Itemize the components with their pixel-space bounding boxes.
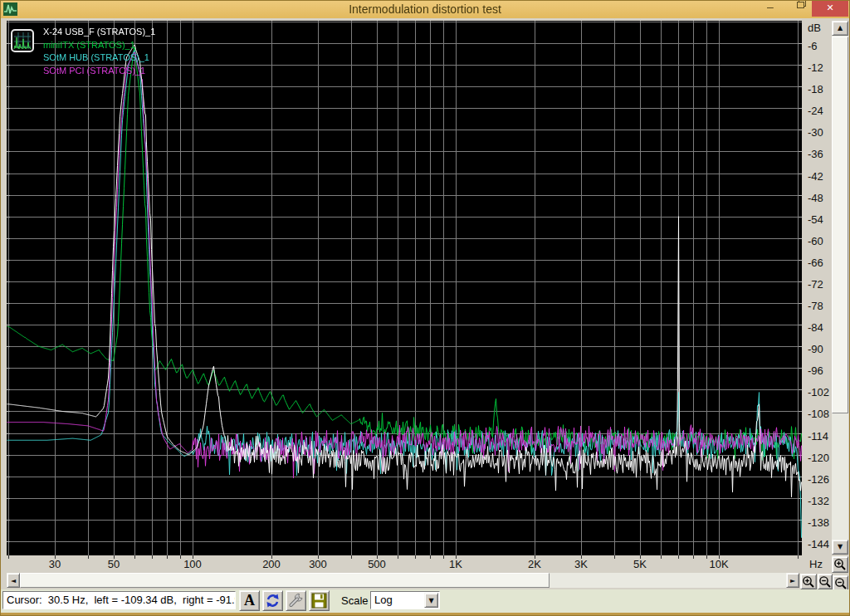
x-tick-label: 30 bbox=[38, 558, 71, 570]
x-tick-mark bbox=[415, 555, 416, 559]
dropdown-arrow-button[interactable]: ▼ bbox=[424, 593, 438, 608]
maximize-button[interactable] bbox=[784, 0, 810, 17]
x-axis: 30501002003005001K2K3K5K10K bbox=[7, 555, 802, 572]
legend-item: X-24 USB_F (STRATOS)_1 bbox=[43, 26, 155, 39]
spectrum-mini-button[interactable] bbox=[11, 29, 34, 52]
chevron-down-icon: ▼ bbox=[425, 594, 437, 608]
x-tick-label: 200 bbox=[255, 558, 288, 570]
x-tick-mark bbox=[614, 555, 615, 559]
x-tick-label: 5K bbox=[623, 558, 657, 570]
x-tick-label: 2K bbox=[518, 558, 551, 570]
x-tick-mark bbox=[152, 555, 153, 559]
horizontal-scrollbar-thumb[interactable] bbox=[20, 573, 550, 588]
settings-button[interactable] bbox=[286, 590, 306, 611]
scroll-down-button[interactable]: ▼ bbox=[832, 540, 848, 555]
y-tick-label: -114 bbox=[808, 430, 832, 442]
y-tick-label: -138 bbox=[808, 516, 832, 529]
scale-dropdown-value: Log bbox=[374, 594, 393, 606]
close-button[interactable]: ✕ bbox=[812, 0, 848, 17]
y-tick-label: -132 bbox=[808, 495, 832, 507]
y-tick-label: -120 bbox=[808, 452, 832, 464]
legend-item: SOtM PCI (STRATOS)_1 bbox=[43, 65, 155, 78]
vertical-scrollbar[interactable]: ▲ ▼ bbox=[832, 21, 848, 555]
y-tick-label: -36 bbox=[808, 148, 832, 160]
x-tick-mark bbox=[398, 555, 398, 559]
save-icon bbox=[311, 593, 327, 609]
y-tick-label: -42 bbox=[808, 170, 832, 183]
up-arrow-icon: ▲ bbox=[833, 22, 848, 35]
x-tick-mark bbox=[661, 555, 662, 559]
x-tick-mark bbox=[134, 555, 135, 559]
zoom-in-y-button[interactable] bbox=[832, 556, 848, 573]
scale-label: Scale bbox=[341, 594, 369, 607]
x-tick-mark bbox=[798, 555, 799, 559]
y-tick-label: -90 bbox=[808, 343, 832, 355]
vertical-scrollbar-thumb[interactable] bbox=[832, 37, 848, 413]
x-tick-mark bbox=[8, 555, 9, 559]
legend-item: SOtM HUB (STRATOS)_1 bbox=[43, 51, 155, 65]
y-tick-label: -30 bbox=[808, 126, 832, 139]
zoom-out-x-button[interactable] bbox=[818, 574, 833, 589]
x-tick-mark bbox=[693, 555, 694, 559]
x-tick-label: 50 bbox=[97, 558, 130, 570]
x-tick-label: 10K bbox=[702, 558, 735, 570]
zoom-in-icon bbox=[802, 575, 815, 589]
font-icon: A bbox=[240, 591, 259, 610]
y-tick-label: -84 bbox=[808, 321, 832, 334]
x-tick-label: 500 bbox=[360, 558, 393, 570]
y-tick-label: -72 bbox=[808, 278, 832, 291]
y-tick-label: -78 bbox=[808, 300, 832, 312]
scroll-right-button[interactable]: ► bbox=[786, 573, 799, 588]
y-tick-label: -24 bbox=[808, 105, 832, 117]
y-tick-label: -12 bbox=[808, 61, 832, 74]
x-tick-label: 1K bbox=[439, 558, 472, 570]
window-title: Intermodulation distortion test bbox=[0, 0, 850, 18]
zoom-in-x-button[interactable] bbox=[800, 574, 817, 589]
y-tick-label: -18 bbox=[808, 83, 832, 95]
x-tick-label: 3K bbox=[564, 558, 598, 570]
statusbar: Cursor: 30.5 Hz, left = -109.34 dB, righ… bbox=[0, 589, 850, 613]
scroll-left-button[interactable]: ◄ bbox=[7, 573, 20, 588]
zoom-out-icon bbox=[834, 577, 848, 590]
y-axis-unit: dB bbox=[808, 22, 832, 34]
zoom-in-icon bbox=[833, 558, 847, 571]
legend: X-24 USB_F (STRATOS)_1miniITX (STRATOS)_… bbox=[43, 26, 155, 77]
y-tick-label: -102 bbox=[808, 386, 832, 398]
refresh-icon bbox=[265, 593, 281, 609]
wrench-icon bbox=[288, 593, 304, 609]
x-tick-mark bbox=[167, 555, 168, 559]
left-arrow-icon: ◄ bbox=[7, 574, 19, 588]
y-tick-label: -126 bbox=[808, 473, 832, 486]
x-tick-mark bbox=[351, 555, 352, 559]
y-tick-label: -108 bbox=[808, 408, 832, 420]
right-arrow-icon: ► bbox=[787, 574, 799, 588]
horizontal-scrollbar[interactable]: ◄ ► bbox=[7, 573, 799, 588]
x-tick-label: 300 bbox=[301, 558, 335, 570]
y-tick-label: -66 bbox=[808, 257, 832, 269]
y-axis: dB-6-12-18-24-30-36-42-48-54-60-66-72-78… bbox=[802, 18, 832, 573]
refresh-button[interactable] bbox=[262, 590, 283, 611]
minimize-button[interactable]: – bbox=[757, 0, 784, 17]
y-tick-label: -6 bbox=[808, 40, 832, 52]
legend-item: miniITX (STRATOS)_1 bbox=[43, 39, 155, 52]
titlebar: Intermodulation distortion test – ✕ bbox=[0, 0, 850, 18]
x-axis-unit: Hz bbox=[809, 558, 823, 570]
scale-dropdown[interactable]: Log ▼ bbox=[370, 591, 440, 609]
y-tick-label: -96 bbox=[808, 364, 832, 377]
x-tick-mark bbox=[678, 555, 679, 559]
x-tick-mark bbox=[88, 555, 89, 559]
spectrum-plot[interactable] bbox=[7, 21, 802, 555]
zoom-out-icon bbox=[818, 575, 832, 589]
y-tick-label: -144 bbox=[808, 538, 832, 550]
y-tick-label: -48 bbox=[808, 192, 832, 204]
x-tick-mark bbox=[430, 555, 431, 559]
save-button[interactable] bbox=[309, 590, 330, 611]
x-tick-label: 100 bbox=[176, 558, 209, 570]
window-bottom-border bbox=[0, 613, 850, 616]
scroll-up-button[interactable]: ▲ bbox=[832, 21, 848, 36]
font-button[interactable]: A bbox=[239, 590, 260, 611]
down-arrow-icon: ▼ bbox=[833, 540, 848, 554]
cursor-readout: Cursor: 30.5 Hz, left = -109.34 dB, righ… bbox=[2, 591, 236, 609]
y-tick-label: -60 bbox=[808, 235, 832, 247]
y-tick-label: -54 bbox=[808, 213, 832, 226]
